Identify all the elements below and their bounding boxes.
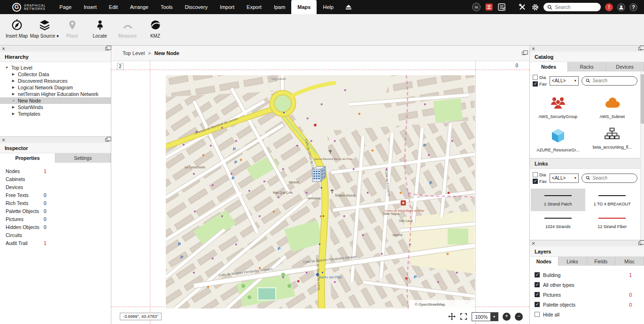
page-area[interactable]: 2 0 <box>111 61 529 324</box>
menu-discovery[interactable]: Discovery <box>179 0 214 14</box>
expander-icon[interactable]: ▼ <box>5 64 9 71</box>
dock-icon[interactable] <box>105 47 109 50</box>
catalog-search[interactable] <box>582 76 637 86</box>
catalog-link-12-strand-fiber[interactable]: 12 Strand Fiber <box>585 211 640 234</box>
checkbox[interactable] <box>535 272 540 277</box>
expander-icon[interactable]: ▶ <box>11 111 16 117</box>
map-source-button[interactable]: Map Source ▾ <box>31 17 58 39</box>
fullscreen-icon[interactable] <box>460 313 467 321</box>
checkbox[interactable] <box>533 179 538 184</box>
zoom-in-button[interactable]: + <box>503 313 511 321</box>
tree-item-logical-network-diagram[interactable]: ▶ Logical Network Diagram <box>0 84 111 91</box>
catalog-node-beta-accounting[interactable]: beta_accounting_fl... <box>585 123 640 156</box>
menu-arrange[interactable]: Arrange <box>124 0 155 14</box>
tree-item-collector-data[interactable]: ▶ Collector Data <box>0 71 111 78</box>
checkbox[interactable] <box>535 292 540 297</box>
tab-devices[interactable]: Devices <box>606 62 644 71</box>
alert-icon[interactable]: ! <box>605 3 613 11</box>
dock-icon[interactable] <box>638 47 642 50</box>
layer-row-palette-objects[interactable]: Palette objects 0 <box>530 300 644 309</box>
links-type-select[interactable]: <ALL>▾ <box>550 174 579 183</box>
layer-row-pictures[interactable]: Pictures 0 <box>530 290 644 300</box>
expander-icon[interactable]: ▶ <box>11 78 16 84</box>
expander-icon[interactable]: ▶ <box>11 84 16 91</box>
menu-help[interactable]: Help <box>317 0 340 14</box>
menu-insert[interactable]: Insert <box>78 0 103 14</box>
catalog-type-select[interactable]: <ALL>▾ <box>550 76 579 86</box>
tab-layers-links[interactable]: Links <box>559 257 587 266</box>
tools-icon[interactable] <box>518 3 527 11</box>
dock-icon[interactable] <box>638 242 642 245</box>
tree-item-templates[interactable]: ▶ Templates <box>0 111 111 117</box>
red-grid-icon[interactable] <box>485 3 493 11</box>
top-search[interactable] <box>543 3 601 11</box>
expander-icon[interactable]: ▶ <box>11 71 16 78</box>
fav-checkbox[interactable]: Fav <box>533 179 547 184</box>
layer-row-building[interactable]: Building 1 <box>530 270 644 280</box>
catalog-link-1-to-4-breakout[interactable]: 1 TO 4 BREAKOUT <box>585 189 640 211</box>
close-icon[interactable]: × <box>2 46 5 52</box>
fav-checkbox[interactable]: Fav <box>533 81 547 87</box>
help-icon[interactable]: ? <box>629 3 637 11</box>
gear-icon[interactable] <box>531 3 539 11</box>
tab-properties[interactable]: Properties <box>0 153 55 163</box>
tree-item-discovered-resources[interactable]: ▶ Discovered Resources <box>0 78 111 84</box>
menu-edit[interactable]: Edit <box>103 0 124 14</box>
tree-item-new-node[interactable]: • New Node <box>0 97 111 104</box>
catalog-node-aws-subnet[interactable]: AWS_Subnet <box>585 91 640 123</box>
scrollbar-thumb[interactable] <box>641 74 644 124</box>
breadcrumb-parent[interactable]: Top Level <box>123 50 145 56</box>
menu-tools[interactable]: Tools <box>155 0 179 14</box>
dia-checkbox[interactable]: Dia <box>533 172 547 177</box>
pan-icon[interactable] <box>448 313 456 321</box>
tree-item-solarwinds[interactable]: ▶ SolarWinds <box>0 104 111 111</box>
dia-checkbox[interactable]: Dia <box>533 75 547 80</box>
links-search[interactable] <box>582 174 637 183</box>
close-icon[interactable]: × <box>532 241 535 246</box>
tab-layers-nodes[interactable]: Nodes <box>530 257 559 266</box>
menu-page[interactable]: Page <box>54 0 78 14</box>
catalog-node-azure-resource-group[interactable]: AZURE_ResourceGr... <box>531 123 585 156</box>
close-icon[interactable]: × <box>532 46 535 52</box>
catalog-scrollbar[interactable] <box>640 71 644 240</box>
catalog-link-1024-strands[interactable]: 1024 Strands <box>531 211 585 234</box>
zoom-out-button[interactable]: − <box>515 313 523 321</box>
kmz-button[interactable]: KMZ <box>141 17 169 39</box>
menu-export[interactable]: Export <box>241 0 268 14</box>
catalog-link-1-strand-patch[interactable]: 1 Strand Patch <box>531 189 585 211</box>
expander-icon[interactable]: ▶ <box>11 91 16 97</box>
layer-row-all-other-types[interactable]: All other types <box>530 280 644 290</box>
close-icon[interactable]: × <box>2 137 5 143</box>
checkbox[interactable] <box>535 302 540 307</box>
layer-row-hide-all[interactable]: Hide all <box>530 309 644 319</box>
checkbox[interactable] <box>533 75 538 80</box>
tab-settings[interactable]: Settings <box>55 153 111 163</box>
dock-icon[interactable] <box>105 138 109 142</box>
zoom-level-select[interactable]: 100% ▾ <box>472 312 498 321</box>
hi-badge[interactable]: hi <box>472 3 481 11</box>
dock-icon[interactable] <box>522 52 526 55</box>
catalog-search-input[interactable] <box>592 78 633 83</box>
checkbox[interactable] <box>535 312 540 317</box>
tree-item-netterrain-higher-education-network[interactable]: ▶ netTerrain Higher Education Network <box>0 91 111 97</box>
menu-import[interactable]: Import <box>214 0 241 14</box>
building-node-icon[interactable] <box>312 166 326 182</box>
locate-button[interactable]: Locate <box>86 17 114 39</box>
checkbox[interactable] <box>533 81 538 87</box>
checkbox[interactable] <box>535 282 540 287</box>
map-container[interactable]: P P P P P P P P P Vaguada Avenida de Mon… <box>166 75 475 308</box>
osm-map[interactable]: P P P P P P P P P Vaguada Avenida de Mon… <box>166 75 475 308</box>
menu-ipam[interactable]: Ipam <box>268 0 291 14</box>
insert-map-button[interactable]: Insert Map <box>3 17 31 39</box>
chevron-down-icon[interactable]: ▾ <box>490 313 498 321</box>
expander-icon[interactable]: ▶ <box>11 104 16 111</box>
links-search-input[interactable] <box>592 175 633 181</box>
checkbox[interactable] <box>533 172 538 177</box>
tab-racks[interactable]: Racks <box>568 62 606 71</box>
tab-layers-fields[interactable]: Fields <box>587 257 616 266</box>
top-search-input[interactable] <box>555 4 597 10</box>
eject-icon[interactable] <box>340 0 357 14</box>
checklist-icon[interactable] <box>497 3 506 11</box>
user-icon[interactable] <box>617 3 625 11</box>
tab-nodes[interactable]: Nodes <box>530 62 568 71</box>
